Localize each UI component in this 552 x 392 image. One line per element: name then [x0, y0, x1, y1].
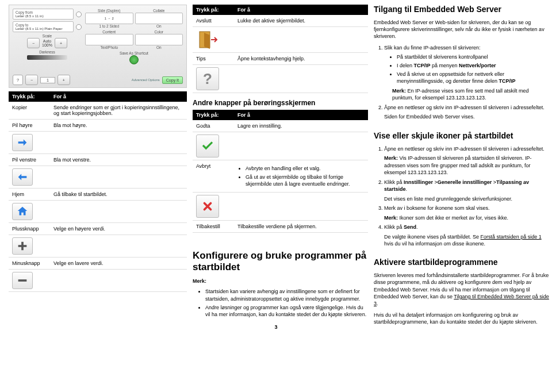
save-shortcut-label: Save As Shortcut	[85, 51, 183, 55]
arrow-left-icon	[12, 168, 33, 186]
ews-heading: Tilgang til Embedded Web Server	[374, 5, 549, 14]
vs-step4-after2: hvis du vil ha informasjon om disse ikon…	[384, 241, 485, 247]
scale-value: 100%	[42, 43, 52, 47]
merk-label-4: Merk:	[384, 215, 398, 221]
cancel-icon	[196, 195, 219, 218]
advanced-options[interactable]: Advanced Options	[132, 78, 160, 82]
tab2-head-b: For å	[234, 5, 368, 15]
merk-label-2: Merk:	[392, 88, 406, 94]
vise-skjule-heading: Vise eller skjule ikoner på startbildet	[374, 131, 549, 140]
copy-to-label: Copy to	[16, 23, 71, 27]
collate-label: Collate	[135, 9, 183, 13]
avbryt-desc2: Gå ut av et skjermbilde og tilbake til f…	[246, 174, 365, 187]
collate-option[interactable]	[135, 13, 183, 24]
ews-step2-after: Siden for Embedded Web Server vises.	[384, 113, 549, 120]
pil-venstre-desc: Bla mot venstre.	[50, 154, 187, 166]
ews-step1-b1: På startbildet til skriverens kontrollpa…	[397, 53, 549, 60]
color-value: On	[135, 45, 183, 49]
minus-desc: Velge en lavere verdi.	[50, 258, 187, 270]
vs-step4: Klikk på Send.	[384, 224, 418, 230]
vs-step4-link[interactable]: Forstå startsiden på side 1	[481, 234, 542, 240]
help-icon[interactable]: ?	[13, 75, 23, 85]
content-label: Content	[85, 30, 133, 34]
konfig-bullet-2: Andre løsninger og programmer kan også v…	[205, 304, 368, 318]
pluss-label: Plussknapp	[9, 223, 50, 235]
vs-step3: Merk av i boksene for ikonene som skal v…	[384, 205, 490, 211]
godta-label: Godta	[193, 120, 234, 132]
svg-marker-1	[204, 33, 210, 49]
scale-auto: Auto	[42, 39, 52, 43]
copy-from-label: Copy from	[16, 10, 71, 14]
ews-step1-b3: Ved å skrive ut en oppsettside for nettv…	[397, 71, 516, 84]
color-option[interactable]	[135, 34, 183, 45]
ews-step1: Slik kan du finne IP-adressen til skrive…	[384, 45, 481, 51]
printer-panel: Copy from Letter (8.5 x 11 in) Copy to L…	[9, 5, 187, 88]
side-label: Side (Duplex)	[85, 9, 133, 13]
count-minus[interactable]: −	[25, 75, 38, 85]
andre-knapper-heading: Andre knapper på berøringsskjermen	[193, 99, 368, 107]
vs-step4-after1: De valgte ikonene vises på startbildet. …	[384, 234, 481, 240]
question-icon: ?	[196, 67, 219, 90]
ews-note1: En IP-adresse vises som fire sett med ta…	[392, 88, 529, 101]
vs-step3-note: Ikoner som det ikke er merket av for, vi…	[400, 215, 509, 221]
side-value: 1 to 2 Sided	[85, 24, 133, 28]
vs-note1: Vis IP-adressen til skriveren på startsi…	[384, 155, 531, 175]
godta-desc: Lagre en innstilling.	[234, 120, 368, 132]
tab1-head-b: For å	[50, 91, 187, 102]
vs-step2-after: Det vises en liste med grunnleggende skr…	[384, 195, 549, 202]
tips-desc: Åpne kontekstavhengig hjelp.	[234, 53, 368, 65]
count-plus[interactable]: +	[57, 75, 70, 85]
home-icon	[12, 203, 33, 220]
button-table-3: Trykk på: For å Godta Lagre en innstilli…	[193, 110, 368, 233]
exit-icon	[196, 28, 219, 51]
pil-hoyre-label: Pil høyre	[9, 120, 50, 132]
pil-hoyre-desc: Bla mot høyre.	[50, 120, 187, 132]
collate-value: On	[135, 24, 183, 28]
avslutt-label: Avslutt	[193, 15, 234, 27]
hjem-label: Hjem	[9, 189, 50, 201]
tab2-head-a: Trykk på:	[193, 5, 234, 15]
konfigurere-heading: Konfigurere og bruke programmer på start…	[193, 250, 368, 273]
content-option[interactable]	[85, 34, 133, 45]
tab3-head-b: For å	[234, 110, 368, 120]
darkness-label: Darkness	[13, 50, 82, 54]
tilbakestill-label: Tilbakestill	[193, 221, 234, 233]
vs-step2: Klikk på Innstillinger >Generelle innsti…	[384, 179, 529, 193]
darkness-slider[interactable]	[27, 55, 67, 60]
ews-step1-b2: I delen TCP/IP på menyen Nettverk/porter	[397, 63, 496, 68]
pluss-desc: Velge en høyere verdi.	[50, 223, 187, 235]
avbryt-label: Avbryt	[193, 160, 234, 193]
copy-to-radio[interactable]	[76, 24, 82, 30]
kopier-desc: Sende endringer som er gjort i kopiering…	[50, 102, 187, 120]
scale-plus[interactable]: +	[55, 38, 67, 48]
kopier-label: Kopier	[9, 102, 50, 120]
button-table-2: Trykk på: For å Avslutt Lukke det aktive…	[193, 5, 368, 93]
color-label: Color	[135, 30, 183, 34]
side-option[interactable]: 1 → 2	[85, 13, 133, 24]
tips-label: Tips	[193, 53, 234, 65]
tab3-head-a: Trykk på:	[193, 110, 234, 120]
aktivere-p1b: .	[377, 301, 378, 306]
plus-icon	[12, 237, 33, 255]
copy-from-value: Letter (8.5 x 11 in)	[16, 14, 71, 18]
ews-intro: Embedded Web Server er Web-siden for skr…	[374, 19, 549, 40]
arrow-right-icon	[12, 134, 33, 151]
pil-venstre-label: Pil venstre	[9, 154, 50, 166]
vs-step1: Åpne en nettleser og skriv inn IP-adress…	[384, 146, 545, 152]
merk-label-3: Merk:	[384, 155, 398, 161]
minus-icon	[12, 272, 33, 289]
copy-from-radio[interactable]	[76, 11, 82, 17]
copy-it-button[interactable]: Copy It	[162, 76, 183, 84]
aktivere-heading: Aktivere startbildeprogrammene	[374, 258, 549, 267]
save-shortcut-button[interactable]	[129, 55, 139, 64]
ews-step2: Åpne en nettleser og skriv inn IP-adress…	[384, 105, 545, 110]
merk-label-1: Merk:	[193, 278, 206, 284]
scale-label: Scale	[13, 34, 82, 38]
avslutt-desc: Lukke det aktive skjermbildet.	[234, 15, 368, 27]
konfig-bullet-1: Startsiden kan variere avhengig av innst…	[205, 288, 368, 302]
hjem-desc: Gå tilbake til startbildet.	[50, 189, 187, 201]
content-value: Text/Photo	[85, 45, 133, 49]
tab1-head-a: Trykk på:	[9, 91, 50, 102]
scale-minus[interactable]: −	[27, 38, 40, 48]
check-icon	[196, 134, 219, 157]
